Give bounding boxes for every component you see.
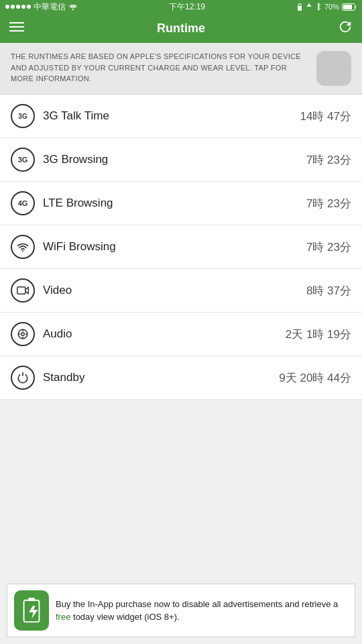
svg-rect-13: [28, 598, 35, 601]
ad-banner[interactable]: Buy the In-App purchase now to disable a…: [7, 584, 355, 637]
menu-icon: [9, 21, 24, 32]
nav-bar: Runtime: [0, 13, 362, 43]
svg-rect-9: [17, 287, 25, 294]
3g-talk-label: 3G Talk Time: [43, 109, 300, 123]
ad-text: Buy the In-App purchase now to disable a…: [56, 598, 348, 624]
bluetooth-icon: [315, 3, 322, 11]
battery-icon: [342, 3, 357, 11]
status-right: 70%: [296, 3, 357, 11]
3g-browsing-value: 7時 23分: [306, 152, 351, 168]
wifi-browsing-label: WiFi Browsing: [43, 240, 306, 254]
info-text: THE RUNTIMES ARE BASED ON APPLE'S SPECIF…: [11, 51, 316, 85]
3g-browsing-icon: 3G: [11, 148, 35, 172]
list-item[interactable]: 4G LTE Browsing 7時 23分: [0, 182, 362, 225]
status-bar: 中華電信 下午12:19 70%: [0, 0, 362, 13]
standby-label: Standby: [43, 371, 279, 384]
nav-title: Runtime: [157, 21, 205, 36]
lte-browsing-icon: 4G: [11, 191, 35, 215]
list-item[interactable]: 3G 3G Talk Time 14時 47分: [0, 95, 362, 138]
lte-browsing-label: LTE Browsing: [43, 197, 306, 210]
ad-app-icon: [14, 590, 49, 631]
3g-browsing-label: 3G Browsing: [43, 153, 306, 166]
svg-rect-4: [343, 5, 352, 9]
content-spacer: [0, 400, 362, 584]
carrier-label: 中華電信: [34, 1, 66, 13]
standby-icon: [11, 366, 35, 390]
refresh-button[interactable]: [338, 19, 353, 38]
wifi-browsing-icon: [11, 235, 35, 259]
list-item[interactable]: WiFi Browsing 7時 23分: [0, 225, 362, 269]
refresh-icon: [338, 19, 353, 34]
3g-talk-value: 14時 47分: [300, 109, 351, 124]
info-icon-box: [316, 51, 351, 86]
lock-icon: [296, 3, 303, 11]
svg-rect-1: [298, 6, 302, 11]
runtime-list: 3G 3G Talk Time 14時 47分 3G 3G Browsing 7…: [0, 95, 362, 400]
video-icon: [11, 278, 35, 303]
ad-free-word: free: [56, 612, 70, 622]
list-item[interactable]: Video 8時 37分: [0, 269, 362, 313]
3g-talk-icon: 3G: [11, 104, 35, 128]
video-value: 8時 37分: [306, 283, 351, 299]
main-content: THE RUNTIMES ARE BASED ON APPLE'S SPECIF…: [0, 43, 362, 644]
audio-value: 2天 1時 19分: [286, 327, 351, 342]
list-item[interactable]: Standby 9天 20時 44分: [0, 356, 362, 400]
video-label: Video: [43, 284, 306, 297]
status-left: 中華電信: [5, 1, 78, 13]
list-item[interactable]: 3G 3G Browsing 7時 23分: [0, 138, 362, 182]
signal-dots: [5, 5, 31, 9]
svg-point-11: [21, 333, 25, 336]
audio-icon: [11, 322, 35, 346]
list-item[interactable]: Audio 2天 1時 19分: [0, 313, 362, 356]
wifi-status-icon: [68, 3, 78, 11]
battery-label: 70%: [324, 3, 339, 11]
info-banner[interactable]: THE RUNTIMES ARE BASED ON APPLE'S SPECIF…: [0, 43, 362, 95]
svg-point-0: [72, 9, 74, 10]
wifi-browsing-value: 7時 23分: [306, 239, 351, 255]
standby-value: 9天 20時 44分: [279, 370, 351, 386]
status-time: 下午12:19: [169, 1, 205, 13]
arrow-icon: [306, 3, 312, 11]
menu-button[interactable]: [9, 21, 24, 36]
audio-label: Audio: [43, 327, 286, 341]
svg-point-8: [22, 250, 23, 252]
lte-browsing-value: 7時 23分: [306, 196, 351, 211]
